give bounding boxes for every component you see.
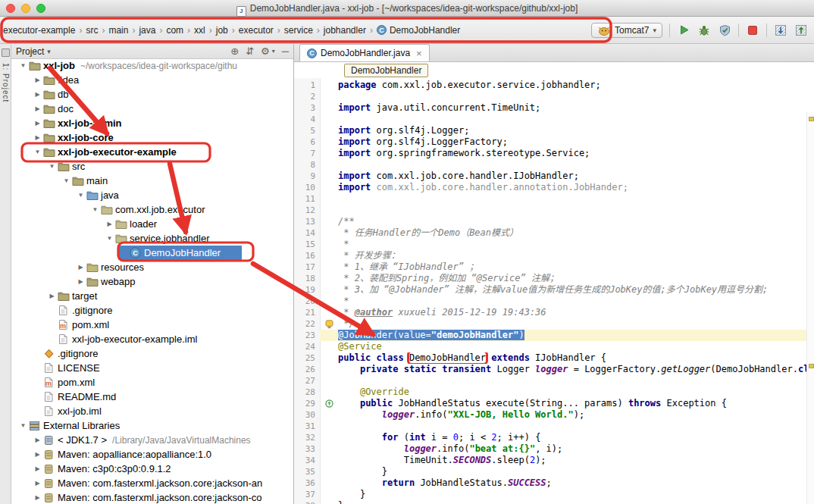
code-line-21[interactable]: 21 * @author xuxueli 2015-12-19 19:43:36 <box>294 307 814 318</box>
tree-item-license[interactable]: LICENSE <box>11 361 293 375</box>
window-minimize-button[interactable] <box>21 4 30 13</box>
code-line-11[interactable]: 11 <box>294 193 814 205</box>
tree-collapsed-arrow-icon[interactable]: ▶ <box>75 278 86 285</box>
breadcrumb-item-java[interactable]: java <box>138 23 156 37</box>
code-line-28[interactable]: 28 @Override <box>294 387 814 398</box>
tree-item-xxl-job-admin[interactable]: ▶xxl-job-admin <box>11 116 293 130</box>
tree-collapsed-arrow-icon[interactable]: ▶ <box>32 105 43 112</box>
error-stripe[interactable] <box>806 112 814 504</box>
vcs-commit-button[interactable] <box>794 23 808 37</box>
code-line-23[interactable]: 23@JobHander(value="demoJobHandler") <box>294 330 814 341</box>
tree-item-pom.xml[interactable]: mpom.xml <box>11 318 293 332</box>
tree-expanded-arrow-icon[interactable]: ▼ <box>61 177 72 184</box>
tree-item-doc[interactable]: ▶doc <box>11 102 293 116</box>
locate-icon[interactable]: ⊕ <box>230 46 239 56</box>
code-line-12[interactable]: 12 <box>294 205 814 216</box>
code-line-5[interactable]: 5import org.slf4j.Logger; <box>294 125 814 136</box>
code-line-16[interactable]: 16 * 开发步骤： <box>294 250 814 261</box>
tree-item-xxl-job.iml[interactable]: xxl-job.iml <box>11 404 293 418</box>
tree-item-maven-c3p0-c3p0-0.9.1.2[interactable]: ▶Maven: c3p0:c3p0:0.9.1.2 <box>11 462 293 476</box>
code-line-30[interactable]: 30 logger.info("XXL-JOB, Hello World."); <box>294 409 814 421</box>
code-line-10[interactable]: 10import com.xxl.job.core.handler.annota… <box>294 182 814 193</box>
run-config-selector[interactable]: Tomcat7 ▾ <box>591 23 662 38</box>
lamp-icon[interactable] <box>320 318 338 330</box>
tree-expanded-arrow-icon[interactable]: ▼ <box>75 192 86 199</box>
code-line-9[interactable]: 9import com.xxl.job.core.handler.IJobHan… <box>294 171 814 182</box>
tree-item-webapp[interactable]: ▶webapp <box>11 274 293 289</box>
breadcrumb-item-job[interactable]: job <box>215 23 229 37</box>
code-line-8[interactable]: 8 <box>294 159 814 171</box>
code-line-38[interactable]: 38} <box>294 500 814 504</box>
code-line-3[interactable]: 3import java.util.concurrent.TimeUnit; <box>294 102 814 114</box>
stripe-mark[interactable] <box>809 117 814 121</box>
tree-item-xxl-job[interactable]: ▼xxl-job~/workspaces/idea-git-workspace/… <box>11 58 293 73</box>
breadcrumb-item-executor[interactable]: executor <box>238 23 274 37</box>
tree-collapsed-arrow-icon[interactable]: ▶ <box>32 91 43 98</box>
tree-collapsed-arrow-icon[interactable]: ▶ <box>32 494 43 501</box>
code-line-26[interactable]: 26 private static transient Logger logge… <box>294 364 814 375</box>
breadcrumb-item-demojobhandler[interactable]: CDemoJobHandler <box>376 23 461 37</box>
code-line-37[interactable]: 37 } <box>294 489 814 500</box>
breadcrumb-item-jobhandler[interactable]: jobhandler <box>323 23 367 37</box>
breadcrumb-item-main[interactable]: main <box>108 23 129 37</box>
code-line-24[interactable]: 24@Service <box>294 341 814 352</box>
stripe-mark[interactable] <box>809 364 814 368</box>
tree-item-loader[interactable]: ▶loader <box>11 217 293 231</box>
code-line-34[interactable]: 34 TimeUnit.SECONDS.sleep(2); <box>294 455 814 466</box>
code-line-13[interactable]: 13/** <box>294 216 814 227</box>
code-line-19[interactable]: 19 * 3、加 “@JobHander” 注解，注解value值为新增任务生成… <box>294 284 814 296</box>
code-line-18[interactable]: 18 * 2、装配到Spring，例如加 “@Service” 注解； <box>294 273 814 284</box>
tree-item-xxl-job-core[interactable]: ▶xxl-job-core <box>11 130 293 145</box>
tree-collapsed-arrow-icon[interactable]: ▶ <box>32 480 43 487</box>
vcs-update-button[interactable] <box>774 23 787 37</box>
breadcrumb-item-xxl[interactable]: xxl <box>193 23 206 37</box>
code-line-31[interactable]: 31 <box>294 421 814 432</box>
tree-item-.idea[interactable]: ▶.idea <box>11 73 293 87</box>
override-icon[interactable] <box>320 398 338 409</box>
tree-collapsed-arrow-icon[interactable]: ▶ <box>32 465 43 472</box>
tree-item-main[interactable]: ▼main <box>11 174 293 188</box>
code-line-36[interactable]: 36 return JobHandleStatus.SUCCESS; <box>294 477 814 489</box>
tree-collapsed-arrow-icon[interactable]: ▶ <box>32 134 43 141</box>
code-line-32[interactable]: 32 for (int i = 0; i < 2; i++) { <box>294 432 814 443</box>
code-line-6[interactable]: 6import org.slf4j.LoggerFactory; <box>294 136 814 148</box>
tree-collapsed-arrow-icon[interactable]: ▶ <box>32 451 43 458</box>
tree-collapsed-arrow-icon[interactable]: ▶ <box>32 77 43 83</box>
run-button[interactable] <box>677 23 690 37</box>
code-line-7[interactable]: 7import org.springframework.stereotype.S… <box>294 148 814 159</box>
breadcrumb-chip[interactable]: DemoJobHandler <box>344 64 428 77</box>
window-zoom-button[interactable] <box>36 4 45 13</box>
code-line-17[interactable]: 17 * 1、继承 “IJobHandler” ； <box>294 261 814 273</box>
tree-collapsed-arrow-icon[interactable]: ▶ <box>46 293 58 299</box>
tree-item-external-libraries[interactable]: ▼External Libraries <box>11 418 293 433</box>
tree-item-.gitignore[interactable]: .gitignore <box>11 346 293 361</box>
code-line-22[interactable]: 22 */ <box>294 318 814 330</box>
breadcrumb-item-com[interactable]: com <box>165 23 184 37</box>
tree-item-db[interactable]: ▶db <box>11 87 293 102</box>
breadcrumb-item-service[interactable]: service <box>283 23 314 37</box>
tree-item-service.jobhandler[interactable]: ▼service.jobhandler <box>11 231 293 246</box>
tree-collapsed-arrow-icon[interactable]: ▶ <box>75 264 86 271</box>
tree-expanded-arrow-icon[interactable]: ▼ <box>17 422 29 429</box>
tree-item-com.xxl.job.executor[interactable]: ▼com.xxl.job.executor <box>11 202 293 217</box>
code-line-25[interactable]: 25public class DemoJobHandler extends IJ… <box>294 352 814 364</box>
code-line-35[interactable]: 35 } <box>294 466 814 477</box>
code-line-2[interactable]: 2 <box>294 91 814 102</box>
tree-item-maven-com.fasterxml.jackson.core-jackson-an[interactable]: ▶Maven: com.fasterxml.jackson.core:jacks… <box>11 476 293 490</box>
tree-item-demojobhandler[interactable]: CDemoJobHandler <box>11 246 293 260</box>
tree-expanded-arrow-icon[interactable]: ▼ <box>89 206 101 213</box>
chevron-down-icon[interactable]: ▾ <box>47 48 51 55</box>
tab-close-icon[interactable]: × <box>416 49 422 58</box>
breadcrumb-item-executor-example[interactable]: executor-example <box>2 23 76 37</box>
code-line-29[interactable]: 29 public JobHandleStatus execute(String… <box>294 398 814 409</box>
tree-item-src[interactable]: ▼src <box>11 159 293 174</box>
tree-item-target[interactable]: ▶target <box>11 289 293 303</box>
tree-expanded-arrow-icon[interactable]: ▼ <box>104 235 115 242</box>
settings-gear-icon[interactable]: ⚙ <box>261 46 270 56</box>
code-line-4[interactable]: 4 <box>294 114 814 125</box>
tree-collapsed-arrow-icon[interactable]: ▶ <box>32 437 43 443</box>
tool-window-icon[interactable] <box>2 49 10 57</box>
tree-item-xxl-job-executor-example.iml[interactable]: xxl-job-executor-example.iml <box>11 332 293 346</box>
tree-expanded-arrow-icon[interactable]: ▼ <box>32 149 43 155</box>
tree-collapsed-arrow-icon[interactable]: ▶ <box>104 221 115 227</box>
